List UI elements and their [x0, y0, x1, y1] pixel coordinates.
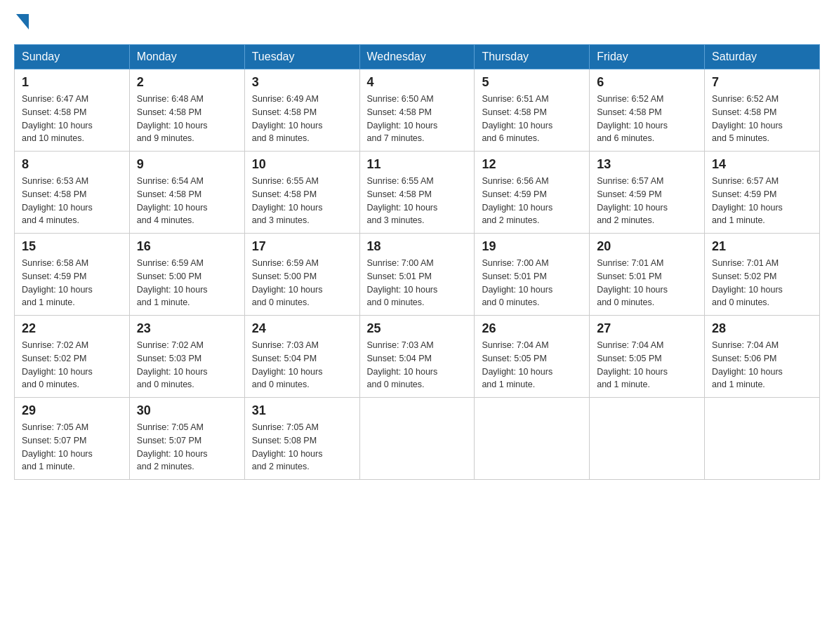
day-number: 18 [367, 239, 468, 254]
day-info: Sunrise: 6:54 AM Sunset: 4:58 PM Dayligh… [137, 175, 237, 227]
day-info: Sunrise: 6:56 AM Sunset: 4:59 PM Dayligh… [482, 175, 582, 227]
day-number: 30 [137, 403, 237, 418]
calendar-cell: 27 Sunrise: 7:04 AM Sunset: 5:05 PM Dayl… [590, 316, 705, 398]
calendar-cell: 24 Sunrise: 7:03 AM Sunset: 5:04 PM Dayl… [244, 316, 359, 398]
day-header-sunday: Sunday [15, 45, 130, 69]
calendar-cell: 10 Sunrise: 6:55 AM Sunset: 4:58 PM Dayl… [244, 152, 359, 234]
day-number: 27 [597, 321, 697, 336]
logo-line1 [14, 14, 29, 34]
calendar-cell: 5 Sunrise: 6:51 AM Sunset: 4:58 PM Dayli… [475, 69, 590, 152]
calendar-cell: 25 Sunrise: 7:03 AM Sunset: 5:04 PM Dayl… [359, 316, 475, 398]
day-info: Sunrise: 7:05 AM Sunset: 5:07 PM Dayligh… [137, 421, 237, 474]
day-info: Sunrise: 6:58 AM Sunset: 4:59 PM Dayligh… [22, 257, 122, 309]
day-info: Sunrise: 6:55 AM Sunset: 4:58 PM Dayligh… [367, 175, 468, 227]
calendar-week-2: 8 Sunrise: 6:53 AM Sunset: 4:58 PM Dayli… [15, 152, 820, 234]
day-info: Sunrise: 7:00 AM Sunset: 5:01 PM Dayligh… [482, 257, 582, 309]
day-number: 29 [22, 403, 122, 418]
calendar-cell: 11 Sunrise: 6:55 AM Sunset: 4:58 PM Dayl… [359, 152, 475, 234]
day-info: Sunrise: 6:57 AM Sunset: 4:59 PM Dayligh… [597, 175, 697, 227]
calendar-week-5: 29 Sunrise: 7:05 AM Sunset: 5:07 PM Dayl… [15, 398, 820, 480]
calendar-cell: 3 Sunrise: 6:49 AM Sunset: 4:58 PM Dayli… [244, 69, 359, 152]
day-number: 9 [137, 157, 237, 172]
calendar-cell: 14 Sunrise: 6:57 AM Sunset: 4:59 PM Dayl… [705, 152, 820, 234]
day-number: 28 [712, 321, 812, 336]
day-number: 25 [367, 321, 468, 336]
day-info: Sunrise: 6:50 AM Sunset: 4:58 PM Dayligh… [367, 93, 468, 145]
day-info: Sunrise: 7:05 AM Sunset: 5:07 PM Dayligh… [22, 421, 122, 474]
calendar-cell: 12 Sunrise: 6:56 AM Sunset: 4:59 PM Dayl… [475, 152, 590, 234]
calendar-cell: 8 Sunrise: 6:53 AM Sunset: 4:58 PM Dayli… [15, 152, 130, 234]
day-header-saturday: Saturday [705, 45, 820, 69]
day-info: Sunrise: 7:04 AM Sunset: 5:05 PM Dayligh… [482, 339, 582, 391]
day-info: Sunrise: 7:01 AM Sunset: 5:02 PM Dayligh… [712, 257, 812, 309]
calendar-cell: 21 Sunrise: 7:01 AM Sunset: 5:02 PM Dayl… [705, 234, 820, 316]
calendar-cell: 23 Sunrise: 7:02 AM Sunset: 5:03 PM Dayl… [129, 316, 244, 398]
calendar-cell: 6 Sunrise: 6:52 AM Sunset: 4:58 PM Dayli… [590, 69, 705, 152]
svg-marker-0 [16, 14, 29, 29]
day-number: 6 [597, 75, 697, 90]
calendar-week-4: 22 Sunrise: 7:02 AM Sunset: 5:02 PM Dayl… [15, 316, 820, 398]
calendar-cell: 15 Sunrise: 6:58 AM Sunset: 4:59 PM Dayl… [15, 234, 130, 316]
day-header-friday: Friday [590, 45, 705, 69]
calendar-week-3: 15 Sunrise: 6:58 AM Sunset: 4:59 PM Dayl… [15, 234, 820, 316]
day-number: 10 [252, 157, 352, 172]
day-number: 22 [22, 321, 122, 336]
day-number: 14 [712, 157, 812, 172]
day-info: Sunrise: 7:04 AM Sunset: 5:05 PM Dayligh… [597, 339, 697, 391]
calendar-cell: 13 Sunrise: 6:57 AM Sunset: 4:59 PM Dayl… [590, 152, 705, 234]
day-number: 31 [252, 403, 352, 418]
calendar-cell: 4 Sunrise: 6:50 AM Sunset: 4:58 PM Dayli… [359, 69, 475, 152]
day-number: 19 [482, 239, 582, 254]
day-number: 5 [482, 75, 582, 90]
day-info: Sunrise: 6:51 AM Sunset: 4:58 PM Dayligh… [482, 93, 582, 145]
calendar-cell: 20 Sunrise: 7:01 AM Sunset: 5:01 PM Dayl… [590, 234, 705, 316]
day-info: Sunrise: 6:49 AM Sunset: 4:58 PM Dayligh… [252, 93, 352, 145]
calendar-cell: 29 Sunrise: 7:05 AM Sunset: 5:07 PM Dayl… [15, 398, 130, 480]
day-header-wednesday: Wednesday [359, 45, 475, 69]
calendar-cell: 26 Sunrise: 7:04 AM Sunset: 5:05 PM Dayl… [475, 316, 590, 398]
day-info: Sunrise: 6:57 AM Sunset: 4:59 PM Dayligh… [712, 175, 812, 227]
calendar-cell [590, 398, 705, 480]
day-info: Sunrise: 6:52 AM Sunset: 4:58 PM Dayligh… [597, 93, 697, 145]
calendar-cell: 16 Sunrise: 6:59 AM Sunset: 5:00 PM Dayl… [129, 234, 244, 316]
day-number: 21 [712, 239, 812, 254]
day-number: 13 [597, 157, 697, 172]
day-info: Sunrise: 6:47 AM Sunset: 4:58 PM Dayligh… [22, 93, 122, 145]
calendar-cell: 17 Sunrise: 6:59 AM Sunset: 5:00 PM Dayl… [244, 234, 359, 316]
day-info: Sunrise: 6:52 AM Sunset: 4:58 PM Dayligh… [712, 93, 812, 145]
day-number: 2 [137, 75, 237, 90]
day-info: Sunrise: 6:48 AM Sunset: 4:58 PM Dayligh… [137, 93, 237, 145]
calendar-table: SundayMondayTuesdayWednesdayThursdayFrid… [14, 44, 820, 480]
day-info: Sunrise: 7:05 AM Sunset: 5:08 PM Dayligh… [252, 421, 352, 474]
day-number: 26 [482, 321, 582, 336]
calendar-cell [359, 398, 475, 480]
day-number: 17 [252, 239, 352, 254]
day-number: 15 [22, 239, 122, 254]
day-number: 4 [367, 75, 468, 90]
day-info: Sunrise: 7:03 AM Sunset: 5:04 PM Dayligh… [367, 339, 468, 391]
day-header-thursday: Thursday [475, 45, 590, 69]
day-info: Sunrise: 7:02 AM Sunset: 5:02 PM Dayligh… [22, 339, 122, 391]
day-number: 11 [367, 157, 468, 172]
day-number: 8 [22, 157, 122, 172]
page-header [14, 14, 820, 30]
calendar-cell: 30 Sunrise: 7:05 AM Sunset: 5:07 PM Dayl… [129, 398, 244, 480]
calendar-cell: 9 Sunrise: 6:54 AM Sunset: 4:58 PM Dayli… [129, 152, 244, 234]
day-number: 12 [482, 157, 582, 172]
calendar-cell: 19 Sunrise: 7:00 AM Sunset: 5:01 PM Dayl… [475, 234, 590, 316]
calendar-cell: 31 Sunrise: 7:05 AM Sunset: 5:08 PM Dayl… [244, 398, 359, 480]
day-number: 16 [137, 239, 237, 254]
calendar-week-1: 1 Sunrise: 6:47 AM Sunset: 4:58 PM Dayli… [15, 69, 820, 152]
calendar-cell: 1 Sunrise: 6:47 AM Sunset: 4:58 PM Dayli… [15, 69, 130, 152]
day-info: Sunrise: 6:55 AM Sunset: 4:58 PM Dayligh… [252, 175, 352, 227]
calendar-cell: 18 Sunrise: 7:00 AM Sunset: 5:01 PM Dayl… [359, 234, 475, 316]
day-info: Sunrise: 7:04 AM Sunset: 5:06 PM Dayligh… [712, 339, 812, 391]
day-info: Sunrise: 6:53 AM Sunset: 4:58 PM Dayligh… [22, 175, 122, 227]
day-number: 7 [712, 75, 812, 90]
day-info: Sunrise: 7:01 AM Sunset: 5:01 PM Dayligh… [597, 257, 697, 309]
day-info: Sunrise: 7:00 AM Sunset: 5:01 PM Dayligh… [367, 257, 468, 309]
day-info: Sunrise: 6:59 AM Sunset: 5:00 PM Dayligh… [252, 257, 352, 309]
day-number: 24 [252, 321, 352, 336]
calendar-header-row: SundayMondayTuesdayWednesdayThursdayFrid… [15, 45, 820, 69]
calendar-cell [475, 398, 590, 480]
